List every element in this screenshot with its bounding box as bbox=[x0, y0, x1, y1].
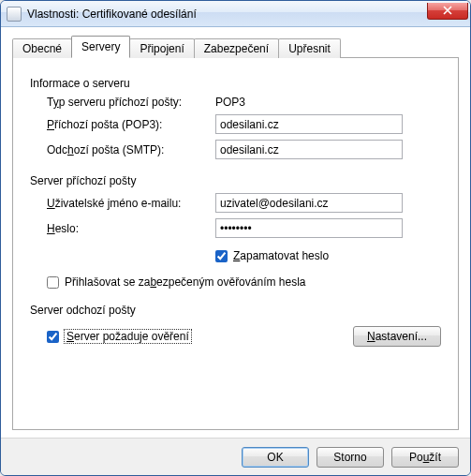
button-apply[interactable]: Použít bbox=[391, 447, 459, 468]
properties-dialog: Vlastnosti: Certifikované odesílání Obec… bbox=[0, 0, 471, 476]
label-outgoing: Odchozí pošta (SMTP): bbox=[47, 143, 215, 156]
value-server-type: POP3 bbox=[215, 96, 245, 109]
row-server-type: Typ serveru příchozí pošty: POP3 bbox=[30, 96, 441, 109]
input-outgoing-server[interactable] bbox=[215, 140, 403, 159]
label-spa[interactable]: Přihlašovat se zabezpečeným ověřováním h… bbox=[65, 275, 306, 289]
close-button[interactable] bbox=[427, 3, 468, 20]
group-server-info: Informace o serveru bbox=[30, 77, 441, 90]
button-settings[interactable]: Nastavení... bbox=[353, 326, 441, 347]
group-outgoing-server: Server odchozí pošty bbox=[30, 304, 441, 317]
dialog-footer: OK Storno Použít bbox=[1, 438, 470, 475]
checkbox-outgoing-wrap: Server požaduje ověření bbox=[47, 330, 191, 343]
input-incoming-server[interactable] bbox=[215, 114, 403, 134]
checkbox-spa[interactable] bbox=[47, 276, 59, 289]
button-cancel[interactable]: Storno bbox=[316, 447, 384, 468]
client-area: Obecné Servery Připojení Zabezpečení Upř… bbox=[1, 27, 470, 438]
window-title: Vlastnosti: Certifikované odesílání bbox=[27, 7, 427, 21]
close-icon bbox=[443, 6, 452, 15]
tab-general[interactable]: Obecné bbox=[12, 38, 72, 58]
label-server-type: Typ serveru příchozí pošty: bbox=[47, 96, 215, 109]
row-username: Uživatelské jméno e-mailu: bbox=[30, 193, 441, 213]
label-remember-password[interactable]: Zapamatovat heslo bbox=[233, 249, 329, 262]
tab-security[interactable]: Zabezpečení bbox=[194, 38, 279, 58]
label-username: Uživatelské jméno e-mailu: bbox=[47, 197, 215, 210]
tab-strip: Obecné Servery Připojení Zabezpečení Upř… bbox=[12, 37, 459, 57]
checkbox-remember-wrap: Zapamatovat heslo bbox=[215, 249, 329, 262]
tab-panel-servers: Informace o serveru Typ serveru příchozí… bbox=[12, 57, 459, 430]
label-password: Heslo: bbox=[47, 222, 215, 235]
app-icon bbox=[7, 7, 22, 22]
row-incoming: Příchozí pošta (POP3): bbox=[30, 114, 441, 134]
button-ok[interactable]: OK bbox=[242, 447, 309, 468]
checkbox-outgoing-auth[interactable] bbox=[47, 331, 59, 343]
row-spa: Přihlašovat se zabezpečeným ověřováním h… bbox=[30, 275, 441, 289]
titlebar: Vlastnosti: Certifikované odesílání bbox=[1, 1, 470, 27]
label-incoming: Příchozí pošta (POP3): bbox=[47, 118, 215, 131]
row-outgoing: Odchozí pošta (SMTP): bbox=[30, 140, 441, 159]
tab-servers[interactable]: Servery bbox=[71, 36, 130, 58]
group-incoming-server: Server příchozí pošty bbox=[30, 174, 441, 187]
checkbox-remember-password[interactable] bbox=[215, 250, 228, 262]
row-password: Heslo: bbox=[30, 218, 441, 238]
row-remember: Zapamatovat heslo bbox=[30, 244, 441, 268]
row-outgoing-auth: Server požaduje ověření Nastavení... bbox=[30, 324, 441, 349]
tab-connection[interactable]: Připojení bbox=[129, 38, 194, 58]
input-username[interactable] bbox=[215, 193, 403, 213]
label-outgoing-auth[interactable]: Server požaduje ověření bbox=[65, 330, 191, 343]
input-password[interactable] bbox=[215, 218, 403, 238]
tab-advanced[interactable]: Upřesnit bbox=[278, 38, 341, 58]
